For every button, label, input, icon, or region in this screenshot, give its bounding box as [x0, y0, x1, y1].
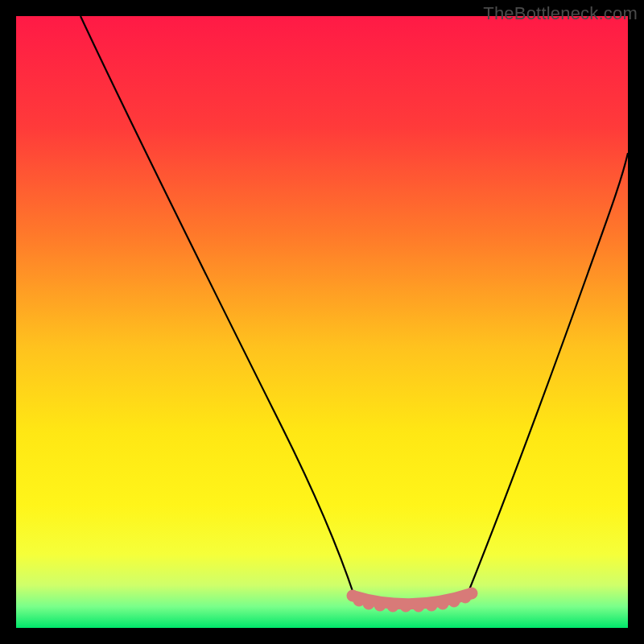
curve-right: [467, 153, 628, 596]
curve-left: [80, 16, 354, 596]
chart-stage: TheBottleneck.com: [0, 0, 644, 644]
watermark-text: TheBottleneck.com: [483, 3, 638, 24]
curve-layer: [16, 16, 628, 628]
plot-area: [16, 16, 628, 628]
flat-bottom-marker: [347, 588, 477, 612]
